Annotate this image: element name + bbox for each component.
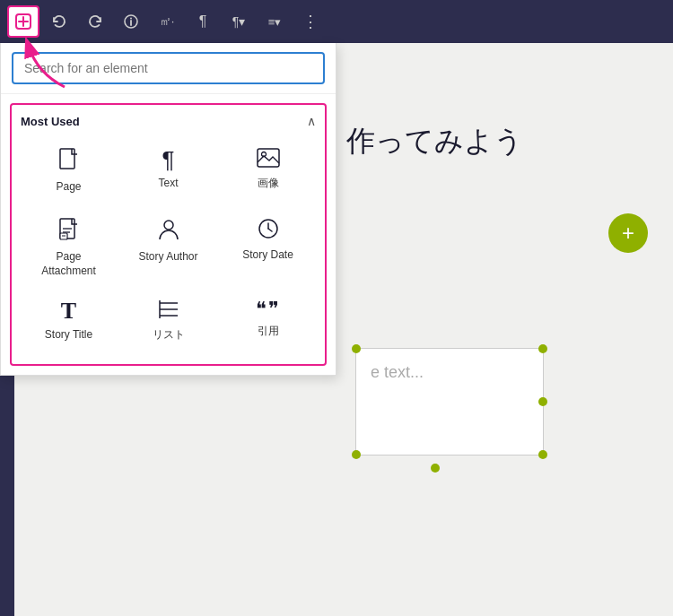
section-title: Most Used bbox=[21, 115, 80, 128]
element-page-attachment-label: PageAttachment bbox=[41, 250, 96, 278]
element-story-author-label: Story Author bbox=[138, 250, 197, 265]
page-icon bbox=[59, 148, 79, 175]
svg-point-5 bbox=[130, 18, 132, 20]
align-button[interactable]: ≡▾ bbox=[258, 5, 291, 38]
element-text-label: Text bbox=[158, 177, 178, 191]
paragraph-icon: ¶ bbox=[162, 148, 175, 171]
info-button[interactable] bbox=[115, 5, 147, 38]
chevron-up-icon[interactable]: ∧ bbox=[307, 114, 316, 128]
clock-icon bbox=[258, 218, 279, 243]
element-story-author[interactable]: Story Author bbox=[120, 211, 216, 285]
quote-icon: ❝❞ bbox=[256, 299, 281, 319]
search-input[interactable] bbox=[12, 52, 325, 84]
selection-dot-bl bbox=[352, 450, 361, 459]
element-image[interactable]: 画像 bbox=[220, 141, 316, 204]
svg-line-17 bbox=[268, 229, 272, 231]
main-toolbar: ㎡· ¶ ¶▾ ≡▾ ⋮ bbox=[0, 0, 673, 43]
text-placeholder: e text... bbox=[356, 349, 543, 396]
selection-dot-mr bbox=[538, 397, 547, 406]
image-icon bbox=[257, 148, 280, 171]
element-quote[interactable]: ❝❞ 引用 bbox=[220, 292, 316, 355]
more-options-button[interactable]: ⋮ bbox=[294, 5, 327, 38]
text-element[interactable]: e text... bbox=[355, 348, 544, 455]
element-story-date-label: Story Date bbox=[242, 248, 293, 263]
element-story-title[interactable]: T Story Title bbox=[21, 292, 117, 355]
block-picker-dropdown: Most Used ∧ Page ¶ Text bbox=[0, 43, 336, 376]
title-t-icon: T bbox=[61, 299, 76, 323]
undo-button[interactable] bbox=[43, 5, 75, 38]
add-block-button[interactable] bbox=[7, 5, 39, 38]
svg-rect-7 bbox=[258, 149, 279, 167]
element-list-label: リスト bbox=[153, 328, 185, 343]
svg-point-14 bbox=[164, 221, 173, 230]
selection-dot-br bbox=[538, 450, 547, 459]
selection-dot-tl bbox=[352, 344, 361, 353]
element-list[interactable]: リスト bbox=[120, 292, 216, 355]
person-icon bbox=[158, 218, 179, 245]
elements-grid: Page ¶ Text 画像 bbox=[21, 141, 316, 355]
attachment-icon bbox=[59, 218, 79, 245]
most-used-section: Most Used ∧ Page ¶ Text bbox=[10, 103, 327, 366]
element-page-label: Page bbox=[56, 180, 81, 195]
element-image-label: 画像 bbox=[258, 177, 279, 191]
list-icon bbox=[158, 299, 179, 323]
paragraph-button[interactable]: ¶ bbox=[187, 5, 219, 38]
element-quote-label: 引用 bbox=[258, 325, 279, 339]
add-circle-button[interactable]: + bbox=[608, 213, 648, 253]
redo-button[interactable] bbox=[79, 5, 111, 38]
element-page[interactable]: Page bbox=[21, 141, 117, 204]
translate-button[interactable]: ㎡· bbox=[151, 5, 183, 38]
section-header: Most Used ∧ bbox=[21, 114, 316, 128]
element-story-date[interactable]: Story Date bbox=[220, 211, 316, 285]
element-text[interactable]: ¶ Text bbox=[120, 141, 216, 204]
search-bar bbox=[1, 43, 336, 94]
element-page-attachment[interactable]: PageAttachment bbox=[21, 211, 117, 285]
jp-heading: 作ってみよう bbox=[328, 104, 673, 179]
selection-dot-bm bbox=[431, 464, 440, 473]
element-story-title-label: Story Title bbox=[45, 328, 92, 343]
paragraph-dropdown-button[interactable]: ¶▾ bbox=[223, 5, 255, 38]
selection-dot-tr bbox=[538, 344, 547, 353]
